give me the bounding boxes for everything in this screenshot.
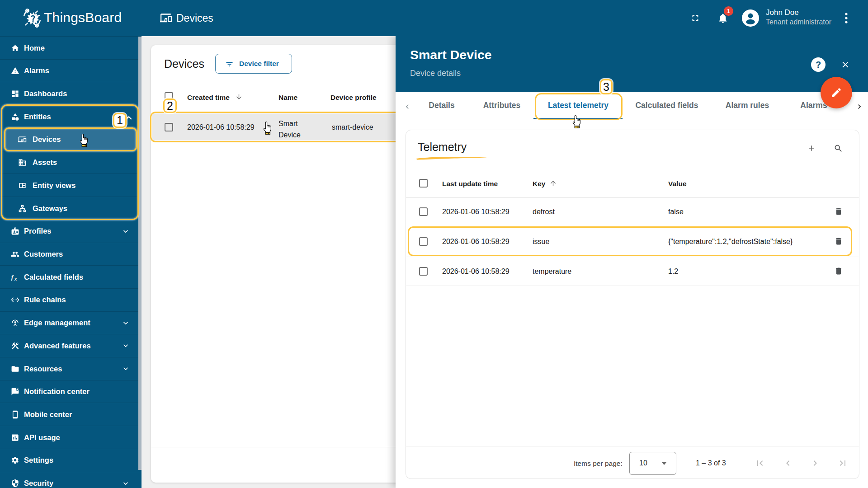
svg-text:f: f <box>11 274 14 281</box>
svg-text:x: x <box>14 276 17 281</box>
